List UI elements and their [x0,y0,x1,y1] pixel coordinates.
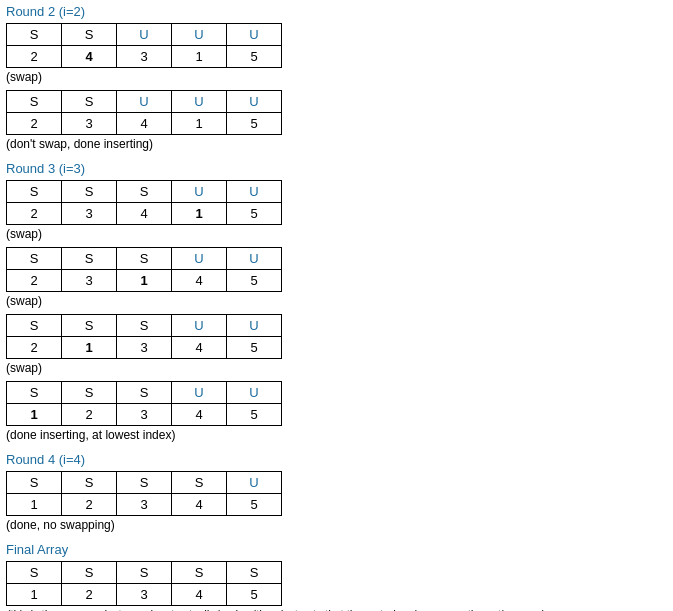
header-cell: S [117,472,172,494]
header-cell: S [62,24,117,46]
table-cell: 3 [117,46,172,68]
header-cell: S [62,91,117,113]
final-array-section: Final Array S S S S S 1 2 3 4 5 (this is… [6,542,667,611]
table-cell: 2 [62,584,117,606]
header-cell: U [172,181,227,203]
page-content: Round 2 (i=2) S S U U U 2 4 3 1 5 (swap)… [6,4,667,611]
table-cell: 2 [7,337,62,359]
header-cell: U [172,24,227,46]
header-cell: U [227,91,282,113]
header-cell: U [117,91,172,113]
header-cell: S [7,24,62,46]
round-3-table-1: S S S U U 2 3 4 1 5 [6,180,282,225]
header-cell: U [172,382,227,404]
round-3-note-4: (done inserting, at lowest index) [6,428,667,442]
header-cell: S [62,315,117,337]
table-cell: 1 [172,203,227,225]
table-cell: 4 [117,113,172,135]
table-cell: 2 [7,46,62,68]
table-cell: 3 [117,494,172,516]
table-cell: 2 [7,270,62,292]
header-cell: U [227,24,282,46]
round-2-table-2: S S U U U 2 3 4 1 5 [6,90,282,135]
table-cell: 2 [7,113,62,135]
header-cell: U [227,315,282,337]
table-cell: 4 [172,494,227,516]
header-cell: S [7,181,62,203]
table-cell: 1 [7,404,62,426]
table-cell: 5 [227,494,282,516]
table-cell: 5 [227,46,282,68]
table-cell: 2 [62,494,117,516]
header-cell: S [7,91,62,113]
header-cell: U [172,315,227,337]
round-3-table-4: S S S U U 1 2 3 4 5 [6,381,282,426]
header-cell: S [62,248,117,270]
header-cell: S [62,472,117,494]
table-cell: 3 [117,404,172,426]
header-cell: S [7,248,62,270]
table-cell: 3 [62,113,117,135]
header-cell: S [172,472,227,494]
round-3-section: Round 3 (i=3) S S S U U 2 3 4 1 5 (swap)… [6,161,667,442]
table-cell: 5 [227,203,282,225]
table-cell: 2 [7,203,62,225]
table-cell: 1 [62,337,117,359]
round-3-note-3: (swap) [6,361,667,375]
round-4-table-1: S S S S U 1 2 3 4 5 [6,471,282,516]
header-cell: U [172,91,227,113]
header-cell: S [7,315,62,337]
table-cell: 1 [117,270,172,292]
table-cell: 4 [172,337,227,359]
final-array-title: Final Array [6,542,667,557]
table-cell: 1 [172,113,227,135]
header-cell: S [62,181,117,203]
table-cell: 3 [117,584,172,606]
round-2-note-2: (don't swap, done inserting) [6,137,667,151]
table-cell: 4 [172,270,227,292]
header-cell: S [117,248,172,270]
table-cell: 5 [227,337,282,359]
table-cell: 5 [227,584,282,606]
table-cell: 4 [172,404,227,426]
header-cell: S [7,382,62,404]
table-cell: 3 [62,270,117,292]
table-cell: 1 [7,494,62,516]
table-cell: 1 [172,46,227,68]
table-cell: 4 [62,46,117,68]
table-cell: 2 [62,404,117,426]
header-cell: U [172,248,227,270]
round-3-title: Round 3 (i=3) [6,161,667,176]
round-3-note-2: (swap) [6,294,667,308]
header-cell: S [62,562,117,584]
header-cell: S [117,562,172,584]
table-cell: 1 [7,584,62,606]
header-cell: S [117,181,172,203]
table-cell: 5 [227,404,282,426]
round-4-title: Round 4 (i=4) [6,452,667,467]
table-cell: 5 [227,113,282,135]
header-cell: S [62,382,117,404]
round-2-table-1: S S U U U 2 4 3 1 5 [6,23,282,68]
header-cell: U [117,24,172,46]
header-cell: S [7,472,62,494]
header-cell: U [227,181,282,203]
header-cell: S [117,382,172,404]
table-cell: 5 [227,270,282,292]
header-cell: U [227,382,282,404]
header-cell: U [227,472,282,494]
header-cell: U [227,248,282,270]
round-3-table-2: S S S U U 2 3 1 4 5 [6,247,282,292]
round-2-note-1: (swap) [6,70,667,84]
round-3-note-1: (swap) [6,227,667,241]
header-cell: S [172,562,227,584]
header-cell: S [117,315,172,337]
header-cell: S [7,562,62,584]
table-cell: 3 [117,337,172,359]
header-cell: S [227,562,282,584]
round-3-table-3: S S S U U 2 1 3 4 5 [6,314,282,359]
table-cell: 4 [172,584,227,606]
round-4-note-1: (done, no swapping) [6,518,667,532]
final-array-table: S S S S S 1 2 3 4 5 [6,561,282,606]
table-cell: 4 [117,203,172,225]
